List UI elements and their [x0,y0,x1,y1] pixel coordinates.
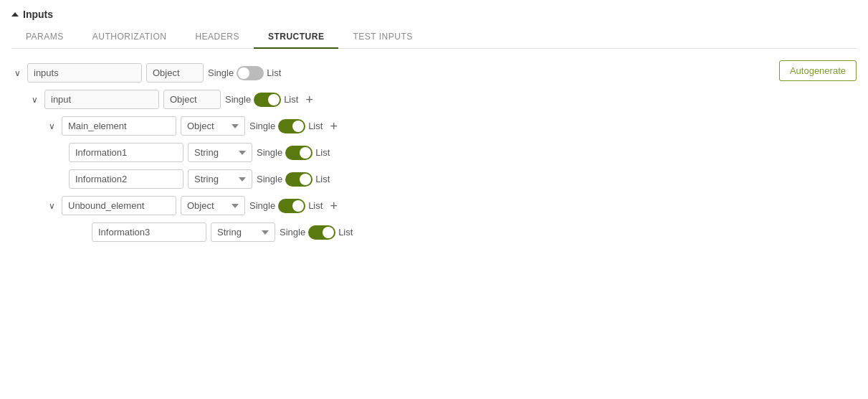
information1-toggle-slider [285,146,313,160]
unbound-element-single-label: Single [249,200,275,211]
information2-single-list: Single List [257,172,330,187]
unbound-element-toggle[interactable] [278,199,305,213]
tree-row-main-element: Object String Number Boolean Array Singl… [11,116,857,136]
information2-name-field[interactable] [69,169,183,189]
inputs-name-field[interactable] [27,63,142,83]
unbound-element-toggle-slider [278,199,305,213]
information3-list-label: List [338,227,353,238]
tree-row-information1: String Object Number Boolean Array Singl… [11,143,857,162]
information3-toggle-slider [308,225,335,240]
inputs-toggle[interactable] [237,66,264,80]
collapse-unbound-element-icon[interactable] [46,201,57,211]
input-name-field[interactable] [44,90,159,109]
unbound-element-list-label: List [308,200,323,211]
collapse-main-element-icon[interactable] [46,121,57,131]
structure-content: Autogenerate Object Single List [11,60,857,242]
collapse-input-icon[interactable] [29,95,40,105]
information3-name-field[interactable] [92,222,206,242]
tabs-bar: PARAMS AUTHORIZATION HEADERS STRUCTURE T… [11,26,857,49]
information1-toggle[interactable] [285,146,313,160]
input-toggle-slider [254,93,281,107]
information2-list-label: List [315,174,330,184]
tree-row-information3: String Object Number Boolean Array Singl… [11,222,857,242]
tab-authorization[interactable]: AUTHORIZATION [78,26,181,49]
information1-name-field[interactable] [69,143,183,162]
information3-single-list: Single List [280,225,353,240]
input-list-label: List [284,94,298,105]
information2-toggle-slider [285,172,313,187]
structure-tree: Object Single List Object Single [11,60,857,242]
input-add-button[interactable]: + [302,93,316,106]
main-container: Inputs PARAMS AUTHORIZATION HEADERS STRU… [0,0,868,399]
tab-structure[interactable]: STRUCTURE [254,26,339,49]
information1-type-select[interactable]: String Object Number Boolean Array [188,143,252,162]
main-element-single-list: Single List [249,119,323,133]
tab-headers[interactable]: HEADERS [181,26,254,49]
section-header: Inputs [11,9,857,20]
information3-toggle[interactable] [308,225,335,240]
input-single-list: Single List [225,93,298,107]
inputs-single-label: Single [208,67,234,78]
tab-test-inputs[interactable]: TEST INPUTS [338,26,426,49]
tree-row-information2: String Object Number Boolean Array Singl… [11,169,857,189]
main-element-toggle[interactable] [278,119,305,133]
tab-params[interactable]: PARAMS [11,26,78,49]
input-toggle[interactable] [254,93,281,107]
information2-type-select[interactable]: String Object Number Boolean Array [188,169,252,189]
input-type-label: Object [163,90,221,109]
inputs-type-label: Object [146,63,204,83]
main-element-list-label: List [308,121,323,131]
information3-type-select[interactable]: String Object Number Boolean Array [211,222,275,242]
main-element-type-select[interactable]: Object String Number Boolean Array [181,116,245,136]
unbound-element-type-select[interactable]: Object String Number Boolean Array [181,196,245,215]
main-element-toggle-slider [278,119,305,133]
information3-single-label: Single [280,227,305,238]
section-collapse-icon[interactable] [11,12,19,17]
information2-toggle[interactable] [285,172,313,187]
tree-row-input: Object Single List + [11,90,857,109]
information2-single-label: Single [257,174,282,184]
unbound-element-name-field[interactable] [62,196,176,215]
main-element-single-label: Single [249,121,275,131]
information1-list-label: List [315,147,330,158]
section-title: Inputs [23,9,53,20]
inputs-single-list: Single List [208,66,281,80]
unbound-element-add-button[interactable]: + [327,200,340,212]
inputs-toggle-slider [237,66,264,80]
input-single-label: Single [225,94,251,105]
information1-single-list: Single List [257,146,330,160]
main-element-add-button[interactable]: + [327,120,340,133]
unbound-element-single-list: Single List [249,199,323,213]
tree-row-inputs: Object Single List [11,63,857,83]
information1-single-label: Single [257,147,282,158]
collapse-inputs-icon[interactable] [11,68,23,78]
main-element-name-field[interactable] [62,116,176,136]
tree-row-unbound-element: Object String Number Boolean Array Singl… [11,196,857,215]
autogenerate-button[interactable]: Autogenerate [779,60,857,81]
inputs-list-label: List [267,67,281,78]
